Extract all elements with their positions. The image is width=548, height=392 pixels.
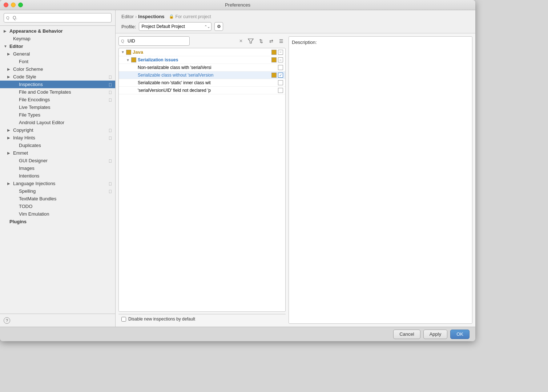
sidebar-item-spelling[interactable]: Spelling ⎕ [0, 187, 115, 195]
footer: Cancel Apply OK [0, 327, 475, 341]
apply-button[interactable]: Apply [423, 330, 448, 339]
sidebar-item-gui-designer[interactable]: GUI Designer ⎕ [0, 157, 115, 164]
sidebar-search-icon: Q [6, 16, 9, 20]
sidebar-bottom: ? [0, 314, 115, 327]
description-panel: Description: [289, 36, 472, 324]
inspections-panel: Q ✕ ⇅ ⇄ ☰ [116, 33, 475, 327]
breadcrumb: Editor › Inspections [121, 14, 165, 19]
breadcrumb-current: Inspections [138, 14, 164, 19]
serial-minus-sq[interactable]: − [278, 57, 283, 62]
sidebar-item-images[interactable]: Images [0, 164, 115, 172]
disable-label: Disable new inspections by default [128, 317, 195, 322]
for-current-label: For current project [176, 14, 211, 19]
inspection-row-3[interactable]: Serializable non-'static' inner class wi… [119, 79, 285, 87]
sidebar-label-inspections: Inspections [19, 82, 108, 87]
expand-all-button[interactable]: ⇅ [257, 37, 265, 45]
sidebar-search-input[interactable] [4, 13, 112, 23]
help-button[interactable]: ? [4, 317, 10, 324]
disable-checkbox[interactable] [121, 317, 126, 322]
sidebar-item-color-scheme[interactable]: ▶ Color Scheme [0, 65, 115, 73]
sidebar-item-general[interactable]: ▶ General [0, 50, 115, 58]
sidebar-label-file-types: File Types [19, 112, 112, 118]
sidebar-label-plugins: Plugins [9, 219, 112, 224]
sidebar-label-android-layout: Android Layout Editor [19, 120, 112, 125]
filter-search-input[interactable] [118, 36, 190, 46]
sidebar-item-keymap[interactable]: Keymap [0, 35, 115, 42]
sidebar-label-general: General [13, 51, 112, 57]
minimize-button[interactable] [11, 3, 16, 7]
sidebar-label-images: Images [19, 166, 112, 171]
sidebar-label-inlay-hints: Inlay Hints [13, 135, 108, 140]
serialization-row[interactable]: ▼ Serialization issues − [119, 56, 285, 64]
sidebar-label-todo: TODO [19, 204, 112, 209]
sidebar-item-todo[interactable]: TODO [0, 203, 115, 210]
arrow-language-injections: ▶ [7, 181, 12, 185]
collapse-all-icon: ⇄ [269, 38, 273, 44]
java-arrow: ▼ [121, 50, 126, 54]
sidebar-item-file-types[interactable]: File Types [0, 111, 115, 119]
inspection-row-4[interactable]: 'serialVersionUID' field not declared 'p [119, 87, 285, 94]
java-minus-sq[interactable]: − [278, 50, 283, 55]
arrow-inlay-hints: ▶ [7, 136, 12, 140]
breadcrumb-parent: Editor [121, 14, 134, 19]
sidebar-item-emmet[interactable]: ▶ Emmet [0, 149, 115, 157]
inspection-row-1[interactable]: Non-serializable class with 'serialVersi [119, 64, 285, 72]
sidebar-item-android-layout[interactable]: Android Layout Editor [0, 119, 115, 126]
sidebar-item-editor[interactable]: ▼ Editor [0, 42, 115, 50]
svg-marker-0 [248, 39, 253, 43]
sidebar-item-code-style[interactable]: ▶ Code Style ⎕ [0, 73, 115, 81]
maximize-button[interactable] [18, 3, 23, 7]
sidebar-item-file-encodings[interactable]: File Encodings ⎕ [0, 96, 115, 103]
sidebar-item-live-templates[interactable]: Live Templates [0, 103, 115, 111]
main-content: Editor › Inspections 🔒 For current proje… [116, 10, 475, 327]
filter-button[interactable] [246, 37, 255, 45]
group-button[interactable]: ☰ [277, 37, 286, 45]
arrow-color-scheme: ▶ [7, 67, 12, 71]
sidebar-item-appearance[interactable]: ▶ Appearance & Behavior [0, 27, 115, 35]
check-3[interactable] [278, 80, 283, 85]
profile-select[interactable]: Project Default Project [139, 22, 211, 31]
sidebar-item-inspections[interactable]: Inspections ⎕ [0, 81, 115, 88]
badge-spelling: ⎕ [109, 189, 112, 193]
check-4[interactable] [278, 88, 283, 93]
sidebar-item-intentions[interactable]: Intentions [0, 172, 115, 180]
sidebar-item-textmate[interactable]: TextMate Bundles [0, 195, 115, 203]
expand-all-icon: ⇅ [259, 38, 263, 44]
sidebar-item-duplicates[interactable]: Duplicates [0, 142, 115, 149]
sidebar-label-textmate: TextMate Bundles [19, 196, 112, 201]
arrow-copyright: ▶ [7, 128, 12, 132]
sidebar-item-font[interactable]: Font [0, 58, 115, 65]
java-row[interactable]: ▼ Java − [119, 48, 285, 56]
sidebar-item-file-code-templates[interactable]: File and Code Templates ⎕ [0, 88, 115, 96]
title-bar: Preferences [0, 0, 475, 10]
inspection-row-2[interactable]: Serializable class without 'serialVersio… [119, 72, 285, 79]
sidebar-item-copyright[interactable]: ▶ Copyright ⎕ [0, 126, 115, 134]
badge-language-injections: ⎕ [109, 181, 112, 186]
check2-color-sq [271, 73, 277, 78]
collapse-all-button[interactable]: ⇄ [267, 37, 275, 45]
breadcrumb-separator: › [135, 14, 137, 19]
arrow-code-style: ▶ [7, 75, 12, 79]
gear-button[interactable]: ⚙ [214, 22, 223, 31]
sidebar-item-plugins[interactable]: Plugins [0, 218, 115, 225]
java-label: Java [133, 49, 270, 55]
check-1[interactable] [278, 65, 283, 70]
arrow-emmet: ▶ [7, 151, 12, 155]
cancel-button[interactable]: Cancel [393, 330, 420, 339]
check-2[interactable]: ✓ [278, 73, 283, 78]
sidebar-item-language-injections[interactable]: ▶ Language Injections ⎕ [0, 180, 115, 187]
filter-clear-icon[interactable]: ✕ [239, 38, 243, 44]
sidebar-item-vim[interactable]: Vim Emulation [0, 210, 115, 218]
bottom-bar: Disable new inspections by default [118, 314, 286, 324]
close-button[interactable] [4, 3, 8, 7]
lock-icon: 🔒 [169, 14, 174, 19]
profile-row: Profile: Project Default Project ⌃⌄ ⚙ [121, 22, 470, 31]
sidebar: Q ▶ Appearance & Behavior Keymap ▼ Edito… [0, 10, 116, 327]
serial-arrow: ▼ [126, 58, 131, 62]
profile-label: Profile: [121, 24, 136, 29]
sidebar-label-intentions: Intentions [19, 173, 112, 179]
ok-button[interactable]: OK [450, 330, 470, 339]
sidebar-item-inlay-hints[interactable]: ▶ Inlay Hints ⎕ [0, 134, 115, 142]
arrow-appearance: ▶ [4, 29, 8, 33]
badge-copyright: ⎕ [109, 128, 112, 132]
